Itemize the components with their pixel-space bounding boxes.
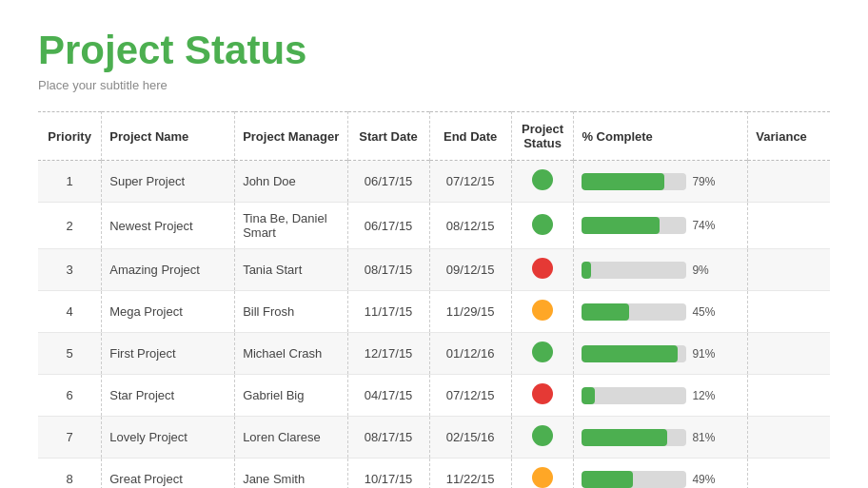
table-row: 8 Great Project Jane Smith 10/17/15 11/2… xyxy=(38,459,830,488)
cell-end: 11/22/15 xyxy=(429,459,511,488)
project-table: Priority Project Name Project Manager St… xyxy=(38,111,830,488)
table-body: 1 Super Project John Doe 06/17/15 07/12/… xyxy=(38,161,830,488)
cell-start: 04/17/15 xyxy=(347,375,429,417)
progress-bar-bg xyxy=(582,303,686,321)
progress-bar-fill xyxy=(582,173,664,190)
cell-manager: John Doe xyxy=(235,161,347,203)
cell-name: Great Project xyxy=(102,459,235,488)
cell-priority: 1 xyxy=(38,161,102,203)
progress-wrap: 81% xyxy=(582,429,740,446)
cell-manager: Tina Be, Daniel Smart xyxy=(235,203,347,249)
cell-manager: Bill Frosh xyxy=(235,291,347,333)
cell-complete: 81% xyxy=(574,417,748,459)
cell-priority: 3 xyxy=(38,249,102,291)
status-dot xyxy=(532,425,553,446)
cell-name: Star Project xyxy=(102,375,235,417)
cell-complete: 9% xyxy=(574,249,748,291)
progress-bar-fill xyxy=(582,471,633,488)
cell-start: 06/17/15 xyxy=(347,161,429,203)
progress-bar-bg xyxy=(582,429,686,446)
cell-priority: 2 xyxy=(38,203,102,249)
table-row: 2 Newest Project Tina Be, Daniel Smart 0… xyxy=(38,203,830,249)
cell-name: Lovely Project xyxy=(102,417,235,459)
title-part2: Status xyxy=(185,28,306,72)
cell-variance xyxy=(748,249,830,291)
progress-bar-bg xyxy=(582,471,686,488)
cell-variance xyxy=(748,375,830,417)
progress-label: 12% xyxy=(692,389,720,402)
cell-status xyxy=(511,459,574,488)
table-row: 4 Mega Project Bill Frosh 11/17/15 11/29… xyxy=(38,291,830,333)
cell-priority: 6 xyxy=(38,375,102,417)
cell-name: Amazing Project xyxy=(102,249,235,291)
status-dot xyxy=(532,169,553,190)
status-dot xyxy=(532,467,553,488)
cell-start: 11/17/15 xyxy=(347,291,429,333)
progress-label: 9% xyxy=(692,264,720,277)
status-dot xyxy=(532,258,553,279)
cell-complete: 91% xyxy=(574,333,748,375)
cell-end: 07/12/15 xyxy=(429,375,511,417)
cell-manager: Jane Smith xyxy=(235,459,347,488)
cell-status xyxy=(511,161,574,203)
col-priority: Priority xyxy=(38,112,102,161)
col-variance: Variance xyxy=(748,112,830,161)
cell-priority: 4 xyxy=(38,291,102,333)
table-header-row: Priority Project Name Project Manager St… xyxy=(38,112,830,161)
page-subtitle: Place your subtitle here xyxy=(38,78,830,92)
cell-manager: Loren Clarese xyxy=(235,417,347,459)
progress-wrap: 91% xyxy=(582,345,740,362)
progress-bar-fill xyxy=(582,262,591,279)
cell-manager: Gabriel Big xyxy=(235,375,347,417)
col-status: Project Status xyxy=(511,112,574,161)
cell-start: 10/17/15 xyxy=(347,459,429,488)
table-row: 7 Lovely Project Loren Clarese 08/17/15 … xyxy=(38,417,830,459)
cell-name: First Project xyxy=(102,333,235,375)
progress-label: 45% xyxy=(692,305,720,319)
cell-end: 01/12/16 xyxy=(429,333,511,375)
progress-bar-fill xyxy=(582,387,594,404)
progress-wrap: 79% xyxy=(582,173,740,190)
cell-priority: 8 xyxy=(38,459,102,488)
cell-status xyxy=(511,249,574,291)
cell-end: 02/15/16 xyxy=(429,417,511,459)
cell-complete: 12% xyxy=(574,375,748,417)
cell-manager: Michael Crash xyxy=(235,333,347,375)
progress-label: 74% xyxy=(692,219,720,232)
table-row: 5 First Project Michael Crash 12/17/15 0… xyxy=(38,333,830,375)
cell-start: 08/17/15 xyxy=(347,249,429,291)
cell-complete: 45% xyxy=(574,291,748,333)
table-row: 6 Star Project Gabriel Big 04/17/15 07/1… xyxy=(38,375,830,417)
progress-bar-fill xyxy=(582,217,659,234)
cell-status xyxy=(511,375,574,417)
cell-name: Mega Project xyxy=(102,291,235,333)
cell-complete: 74% xyxy=(574,203,748,249)
cell-manager: Tania Start xyxy=(235,249,347,291)
cell-start: 12/17/15 xyxy=(347,333,429,375)
progress-wrap: 74% xyxy=(582,217,740,234)
cell-status xyxy=(511,417,574,459)
cell-name: Super Project xyxy=(102,161,235,203)
cell-variance xyxy=(748,291,830,333)
cell-variance xyxy=(748,203,830,249)
progress-label: 91% xyxy=(692,347,720,361)
cell-name: Newest Project xyxy=(102,203,235,249)
progress-bar-bg xyxy=(582,387,686,404)
progress-bar-fill xyxy=(582,429,666,446)
cell-variance xyxy=(748,333,830,375)
progress-bar-bg xyxy=(582,345,686,362)
cell-priority: 7 xyxy=(38,417,102,459)
progress-bar-bg xyxy=(582,262,686,279)
col-complete: % Complete xyxy=(574,112,748,161)
cell-start: 06/17/15 xyxy=(347,203,429,249)
page-title: Project Status xyxy=(38,29,830,72)
cell-complete: 79% xyxy=(574,161,748,203)
cell-end: 07/12/15 xyxy=(429,161,511,203)
cell-variance xyxy=(748,459,830,488)
status-dot xyxy=(532,383,553,404)
status-dot xyxy=(532,342,553,362)
progress-bar-fill xyxy=(582,345,677,362)
progress-wrap: 12% xyxy=(582,387,740,404)
cell-priority: 5 xyxy=(38,333,102,375)
cell-status xyxy=(511,203,574,249)
